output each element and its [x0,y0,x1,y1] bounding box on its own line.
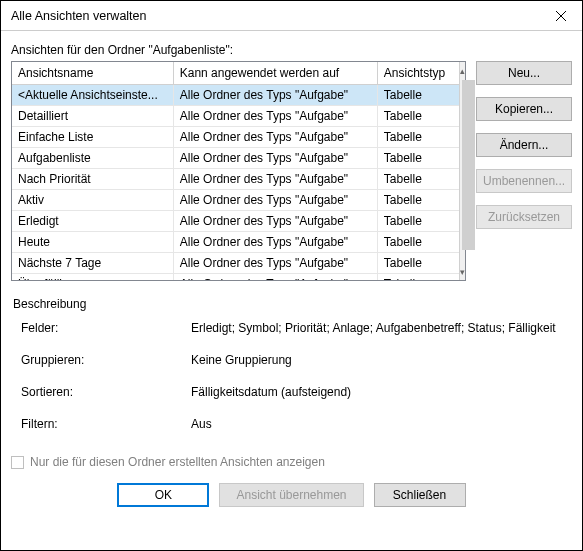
modify-button[interactable]: Ändern... [476,133,572,157]
filter-label: Filtern: [21,417,191,431]
cell-scope: Alle Ordner des Typs "Aufgabe" [173,168,377,189]
col-scope[interactable]: Kann angewendet werden auf [173,62,377,84]
table-row[interactable]: Nach PrioritätAlle Ordner des Typs "Aufg… [12,168,459,189]
cell-scope: Alle Ordner des Typs "Aufgabe" [173,252,377,273]
table-row[interactable]: <Aktuelle Ansichtseinste...Alle Ordner d… [12,84,459,105]
table-row[interactable]: HeuteAlle Ordner des Typs "Aufgabe"Tabel… [12,231,459,252]
cell-name: Detailliert [12,105,173,126]
rename-button[interactable]: Umbenennen... [476,169,572,193]
cell-name: Überfällig [12,273,173,280]
cell-name: Einfache Liste [12,126,173,147]
table-row[interactable]: AktivAlle Ordner des Typs "Aufgabe"Tabel… [12,189,459,210]
scroll-down-icon[interactable]: ▾ [460,263,465,280]
table-row[interactable]: Nächste 7 TageAlle Ordner des Typs "Aufg… [12,252,459,273]
window-title: Alle Ansichten verwalten [11,9,147,23]
cell-type: Tabelle [377,189,459,210]
cell-name: Heute [12,231,173,252]
description-section: Beschreibung Felder: Erledigt; Symbol; P… [11,293,572,447]
col-name[interactable]: Ansichtsname [12,62,173,84]
cell-name: Nach Priorität [12,168,173,189]
bottom-buttons: OK Ansicht übernehmen Schließen [11,483,572,517]
only-this-folder-check[interactable]: Nur die für diesen Ordner erstellten Ans… [11,455,572,469]
cell-type: Tabelle [377,273,459,280]
description-title: Beschreibung [13,297,570,311]
cell-scope: Alle Ordner des Typs "Aufgabe" [173,189,377,210]
views-table[interactable]: Ansichtsname Kann angewendet werden auf … [12,62,459,280]
table-row[interactable]: DetailliertAlle Ordner des Typs "Aufgabe… [12,105,459,126]
close-button[interactable] [540,1,582,31]
cell-scope: Alle Ordner des Typs "Aufgabe" [173,273,377,280]
table-row[interactable]: AufgabenlisteAlle Ordner des Typs "Aufga… [12,147,459,168]
col-type[interactable]: Ansichtstyp [377,62,459,84]
cell-type: Tabelle [377,231,459,252]
cell-scope: Alle Ordner des Typs "Aufgabe" [173,84,377,105]
cell-type: Tabelle [377,168,459,189]
copy-button[interactable]: Kopieren... [476,97,572,121]
folder-label: Ansichten für den Ordner "Aufgabenliste"… [11,43,572,57]
table-row[interactable]: ÜberfälligAlle Ordner des Typs "Aufgabe"… [12,273,459,280]
scroll-up-icon[interactable]: ▴ [460,62,465,79]
cell-type: Tabelle [377,147,459,168]
table-row[interactable]: Einfache ListeAlle Ordner des Typs "Aufg… [12,126,459,147]
cell-scope: Alle Ordner des Typs "Aufgabe" [173,210,377,231]
reset-button[interactable]: Zurücksetzen [476,205,572,229]
checkbox-label: Nur die für diesen Ordner erstellten Ans… [30,455,325,469]
cell-name: Aktiv [12,189,173,210]
views-table-container: Ansichtsname Kann angewendet werden auf … [11,61,466,281]
fields-label: Felder: [21,321,191,335]
group-value: Keine Gruppierung [191,353,570,367]
side-buttons: Neu... Kopieren... Ändern... Umbenennen.… [476,61,572,281]
table-row[interactable]: ErledigtAlle Ordner des Typs "Aufgabe"Ta… [12,210,459,231]
checkbox-icon[interactable] [11,456,24,469]
vertical-scrollbar[interactable]: ▴ ▾ [459,62,465,280]
filter-value: Aus [191,417,570,431]
sort-label: Sortieren: [21,385,191,399]
cell-type: Tabelle [377,84,459,105]
cell-type: Tabelle [377,105,459,126]
scroll-thumb[interactable] [462,80,475,250]
cell-scope: Alle Ordner des Typs "Aufgabe" [173,105,377,126]
sort-value: Fälligkeitsdatum (aufsteigend) [191,385,570,399]
ok-button[interactable]: OK [117,483,209,507]
cell-scope: Alle Ordner des Typs "Aufgabe" [173,231,377,252]
dialog-body: Ansichten für den Ordner "Aufgabenliste"… [1,31,582,525]
fields-value: Erledigt; Symbol; Priorität; Anlage; Auf… [191,321,570,335]
cell-name: Aufgabenliste [12,147,173,168]
apply-button[interactable]: Ansicht übernehmen [219,483,363,507]
new-button[interactable]: Neu... [476,61,572,85]
cell-scope: Alle Ordner des Typs "Aufgabe" [173,126,377,147]
cell-name: Erledigt [12,210,173,231]
titlebar: Alle Ansichten verwalten [1,1,582,31]
close-dialog-button[interactable]: Schließen [374,483,466,507]
group-label: Gruppieren: [21,353,191,367]
close-icon [556,11,566,21]
cell-name: Nächste 7 Tage [12,252,173,273]
cell-scope: Alle Ordner des Typs "Aufgabe" [173,147,377,168]
cell-type: Tabelle [377,210,459,231]
cell-type: Tabelle [377,126,459,147]
cell-type: Tabelle [377,252,459,273]
cell-name: <Aktuelle Ansichtseinste... [12,84,173,105]
